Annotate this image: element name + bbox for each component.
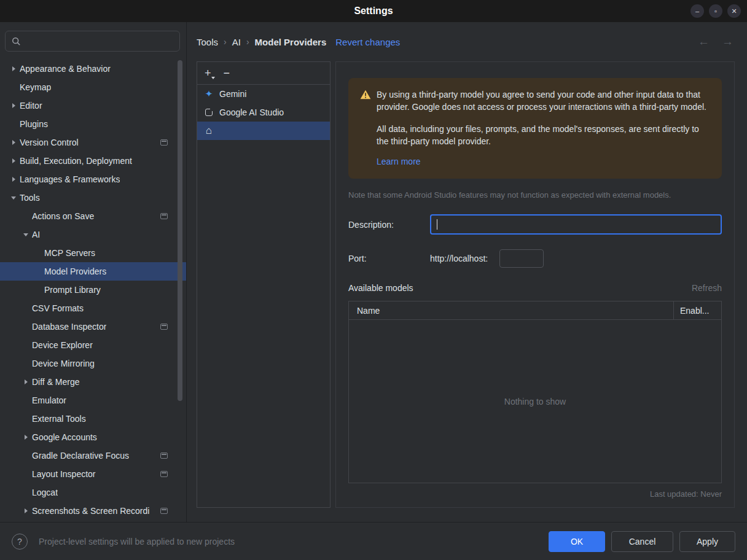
settings-scope-icon (160, 508, 168, 514)
breadcrumb-tools[interactable]: Tools (197, 37, 218, 47)
sidebar-item-label: External Tools (32, 414, 86, 424)
revert-changes-link[interactable]: Revert changes (335, 37, 400, 47)
port-label: Port: (348, 254, 430, 263)
breadcrumb-model-providers: Model Providers (255, 37, 327, 47)
sidebar-tree-item[interactable]: CSV Formats (0, 299, 186, 317)
sidebar-item-label: Appearance & Behavior (20, 64, 111, 74)
breadcrumb-separator: › (246, 37, 249, 47)
sidebar-tree-item[interactable]: Diff & Merge (0, 373, 186, 391)
sidebar-tree-item[interactable]: Build, Execution, Deployment (0, 152, 186, 170)
description-input[interactable] (430, 214, 722, 235)
chevron-icon[interactable] (20, 508, 32, 513)
sidebar-tree-item[interactable]: Device Mirroring (0, 354, 186, 373)
sidebar-tree-item[interactable]: Plugins (0, 115, 186, 133)
sidebar-tree-item[interactable]: Model Providers (0, 262, 186, 281)
search-icon (12, 37, 21, 46)
ok-button[interactable]: OK (549, 531, 605, 552)
warning-paragraph-1: By using a third-party model you agree t… (377, 88, 707, 114)
sidebar-tree-item[interactable]: External Tools (0, 410, 186, 428)
dialog-footer: ? Project-level settings will be applied… (0, 522, 747, 560)
chevron-icon[interactable] (7, 140, 20, 145)
port-input[interactable] (499, 249, 544, 268)
sidebar-tree-item[interactable]: Google Accounts (0, 428, 186, 446)
provider-list-item[interactable]: ✦ Gemini (197, 85, 330, 103)
settings-scope-icon (160, 324, 168, 330)
cancel-button[interactable]: Cancel (611, 531, 673, 552)
breadcrumb: Tools › AI › Model Providers Revert chan… (187, 22, 747, 61)
chevron-icon[interactable] (7, 196, 20, 200)
text-caret (437, 219, 437, 230)
chevron-icon[interactable] (20, 233, 32, 236)
providers-panel: + − ✦ Gemini Google AI Studio ⌂ (197, 61, 330, 508)
sidebar-item-label: Google Accounts (32, 432, 97, 442)
sidebar-item-label: Gradle Declarative Focus (32, 451, 129, 461)
models-table-header: Name Enabl... (349, 301, 721, 320)
sidebar-item-label: Database Inspector (32, 322, 106, 332)
sidebar-item-label: Diff & Merge (32, 377, 80, 387)
window-title: Settings (354, 6, 393, 17)
sidebar-item-label: Languages & Frameworks (20, 174, 120, 184)
column-header-enabled[interactable]: Enabl... (673, 301, 721, 319)
sidebar-tree-item[interactable]: Languages & Frameworks (0, 170, 186, 189)
sidebar-tree-item[interactable]: Tools (0, 189, 186, 207)
sidebar-tree-item[interactable]: Editor (0, 96, 186, 115)
sidebar-tree-item[interactable]: Keymap (0, 78, 186, 96)
sidebar-item-label: Prompt Library (44, 285, 101, 295)
sidebar-tree-item[interactable]: Database Inspector (0, 317, 186, 336)
provider-list: ✦ Gemini Google AI Studio ⌂ (197, 85, 330, 140)
sidebar-tree-item[interactable]: Screenshots & Screen Recordi (0, 502, 186, 520)
add-provider-button[interactable]: + (205, 68, 211, 79)
forward-arrow-icon[interactable]: → (722, 35, 733, 49)
sidebar-tree-item[interactable]: Appearance & Behavior (0, 60, 186, 78)
remove-provider-button[interactable]: − (224, 68, 230, 79)
sidebar-tree-item[interactable]: Emulator (0, 391, 186, 410)
sidebar-tree-item[interactable]: Prompt Library (0, 281, 186, 299)
gemini-icon: ✦ (204, 88, 214, 99)
sidebar-item-label: CSV Formats (32, 303, 84, 313)
chevron-icon[interactable] (7, 66, 20, 71)
chevron-icon[interactable] (7, 177, 20, 182)
provider-list-item[interactable]: ⌂ (197, 122, 330, 140)
close-button[interactable]: ✕ (727, 4, 741, 18)
apply-button[interactable]: Apply (679, 531, 735, 552)
sidebar-item-label: Logcat (32, 488, 58, 497)
provider-list-item[interactable]: Google AI Studio (197, 103, 330, 122)
sidebar-item-label: Device Mirroring (32, 359, 95, 368)
sidebar-tree-item[interactable]: Gradle Declarative Focus (0, 446, 186, 465)
third-party-warning-banner: By using a third-party model you agree t… (348, 78, 722, 179)
learn-more-link[interactable]: Learn more (377, 155, 421, 168)
help-button[interactable]: ? (12, 534, 28, 550)
sidebar-tree-item[interactable]: Version Control (0, 133, 186, 152)
sidebar-item-label: Plugins (20, 119, 48, 129)
chevron-icon[interactable] (7, 103, 20, 108)
refresh-link[interactable]: Refresh (692, 283, 722, 293)
sidebar-tree-item[interactable]: Device Explorer (0, 336, 186, 354)
sidebar-tree-item[interactable]: Actions on Save (0, 207, 186, 225)
column-header-name[interactable]: Name (349, 301, 673, 319)
breadcrumb-ai[interactable]: AI (232, 37, 241, 47)
provider-settings-panel: By using a third-party model you agree t… (335, 61, 735, 508)
sidebar-item-label: AI (32, 230, 40, 239)
providers-toolbar: + − (197, 62, 330, 85)
sidebar-scrollbar[interactable] (178, 60, 182, 401)
available-models-label: Available models (348, 283, 413, 293)
sidebar-tree-item[interactable]: Logcat (0, 483, 186, 502)
sidebar-item-label: Layout Inspector (32, 469, 96, 479)
sidebar-tree-item[interactable]: Layout Inspector (0, 465, 186, 483)
sidebar-tree-item[interactable]: AI (0, 225, 186, 244)
warning-paragraph-2: All data, including your files, prompts,… (377, 123, 707, 148)
last-updated-text: Last updated: Never (348, 489, 722, 499)
sidebar-tree-item[interactable]: MCP Servers (0, 244, 186, 262)
back-arrow-icon[interactable]: ← (698, 35, 710, 49)
maximize-button[interactable]: ▫ (709, 4, 722, 18)
settings-sidebar: Appearance & Behavior Keymap Editor Plug… (0, 22, 187, 522)
search-field[interactable] (5, 31, 180, 52)
chevron-icon[interactable] (7, 158, 20, 163)
search-input[interactable] (25, 36, 173, 46)
chevron-icon[interactable] (20, 435, 32, 440)
chevron-icon[interactable] (20, 379, 32, 384)
footer-note: Project-level settings will be applied t… (39, 537, 542, 546)
description-label: Description: (348, 220, 430, 230)
minimize-button[interactable]: – (690, 4, 704, 18)
settings-scope-icon (160, 213, 168, 219)
